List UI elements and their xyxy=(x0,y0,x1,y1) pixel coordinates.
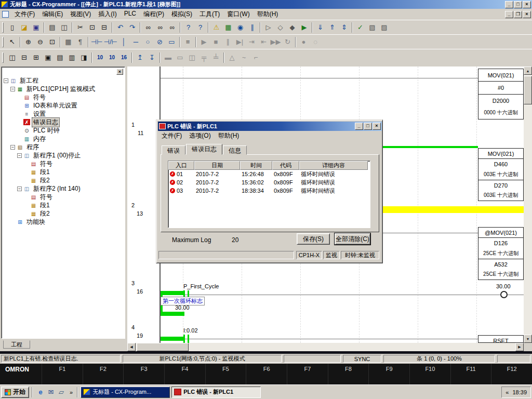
monitor-binary-button[interactable]: 10 xyxy=(94,52,106,63)
close-button[interactable]: × xyxy=(373,123,381,130)
tile-vertical-button[interactable]: ⊞ xyxy=(30,52,42,63)
compare-with-plc-button[interactable]: ⇕ xyxy=(338,22,350,33)
cascade-windows-button[interactable]: ◫ xyxy=(6,52,18,63)
menu-item-9[interactable]: 帮助(H) xyxy=(254,9,282,20)
differential-up-button[interactable]: ↥ xyxy=(134,52,146,63)
force-on-button[interactable]: ▬ xyxy=(162,52,174,63)
context-help-button[interactable]: ? xyxy=(194,22,206,33)
show-desktop-icon[interactable]: ▱ xyxy=(56,387,66,397)
cross-reference-button[interactable]: ◨ xyxy=(78,52,90,63)
work-online-button[interactable]: ▦ xyxy=(222,22,234,33)
step-run-button[interactable]: ▶| xyxy=(234,36,246,48)
error-log-row-2[interactable]: ✗032010-7-218:38:340x809F循环时间错误 xyxy=(168,187,370,195)
new-closed-coil-button[interactable]: ⊘ xyxy=(154,36,166,48)
outlook-express-icon[interactable]: ✉ xyxy=(46,387,56,397)
scroll-up-icon[interactable]: ▲ xyxy=(524,66,532,75)
collapse-icon[interactable]: − xyxy=(4,78,8,83)
debug-mode-button[interactable]: ◇ xyxy=(274,22,286,33)
collapse-icon[interactable]: − xyxy=(17,153,22,158)
workspace-toggle-button[interactable]: ▣ xyxy=(42,52,54,63)
rung-comment-button[interactable]: ¶ xyxy=(74,36,86,48)
tab-project[interactable]: 工程 xyxy=(3,340,30,349)
column-header-2[interactable]: 时间 xyxy=(240,161,272,170)
data-trace-button[interactable]: ~ xyxy=(238,52,250,63)
monitor-mode-button[interactable]: ◆ xyxy=(286,22,298,33)
mov-instruction-block[interactable]: @MOV(021)D12625CE 十六进制A53225CE 十六进制 xyxy=(478,227,524,280)
run-button[interactable]: ▶ xyxy=(198,36,210,48)
replace-button[interactable]: ∞ xyxy=(166,22,178,33)
scroll-thumb[interactable] xyxy=(137,343,189,351)
tree-item-9[interactable]: −◫新程序1 (00)停止 xyxy=(2,151,125,159)
vertical-scrollbar[interactable]: ▲ ▼ xyxy=(524,66,532,343)
new-contact-button[interactable]: ⊣⊢ xyxy=(90,36,103,48)
tree-item-11[interactable]: −▦段1 xyxy=(2,168,125,176)
stop-button[interactable]: ■ xyxy=(210,36,222,48)
monitor-hex-button[interactable]: 16 xyxy=(118,52,130,63)
contact[interactable] xyxy=(183,335,185,343)
collapse-icon[interactable]: − xyxy=(10,87,15,91)
scan-run-button[interactable]: ↻ xyxy=(282,36,294,48)
zoom-in-button[interactable]: ⊕ xyxy=(22,36,34,48)
program-mode-button[interactable]: ▷ xyxy=(262,22,274,33)
dialog-tab-2[interactable]: 信息 xyxy=(223,145,247,155)
tree-item-7[interactable]: −▥内存 xyxy=(2,135,125,143)
tree-item-1[interactable]: −▦新PLC1[CP1H] 监视模式 xyxy=(2,85,125,93)
differential-down-button[interactable]: ↧ xyxy=(146,52,158,63)
send-changes-button[interactable]: ▨ xyxy=(378,22,390,33)
taskbar-task-1[interactable]: PLC 错误 - 新PLC1 xyxy=(171,387,261,398)
new-closed-contact-button[interactable]: ⊣/⊢ xyxy=(103,36,118,48)
menu-item-5[interactable]: 编程(P) xyxy=(140,9,168,20)
force-cancel-button[interactable]: ◫ xyxy=(186,52,198,63)
tree-item-15[interactable]: −▦段1 xyxy=(2,201,125,209)
force-off-button[interactable]: ▭ xyxy=(174,52,186,63)
find-previous-button[interactable]: ∞ xyxy=(154,22,166,33)
close-panel-icon[interactable]: × xyxy=(116,69,123,75)
error-log-row-0[interactable]: ✗012010-7-215:26:480x809F循环时间错误 xyxy=(168,170,370,178)
mov-instruction-block[interactable]: MOV(021)D460003E 十六进制D270003E 十六进制 xyxy=(478,148,524,201)
save-project-button[interactable]: ▣ xyxy=(30,22,42,33)
scroll-down-icon[interactable]: ▼ xyxy=(524,335,532,343)
rset-instruction-block[interactable]: RSET xyxy=(478,335,524,343)
column-header-4[interactable]: 详细内容 xyxy=(299,161,368,170)
minimize-button[interactable]: _ xyxy=(355,123,363,130)
close-button[interactable]: × xyxy=(523,1,531,8)
zoom-out-button[interactable]: ⊖ xyxy=(34,36,46,48)
scroll-thumb[interactable] xyxy=(524,76,532,104)
monitor-decimal-button[interactable]: 10 xyxy=(106,52,118,63)
set-off-button[interactable]: ╧ xyxy=(210,52,222,63)
menu-item-1[interactable]: 选项(O) xyxy=(185,131,214,141)
maximize-button[interactable]: □ xyxy=(364,123,372,130)
menu-item-0[interactable]: 文件(F) xyxy=(158,131,185,141)
continuous-step-button[interactable]: ▶▶ xyxy=(270,36,282,48)
quick-launch-chevron[interactable]: » xyxy=(68,389,74,395)
close-button[interactable]: × xyxy=(523,11,531,18)
output-coil[interactable] xyxy=(500,291,508,298)
mov-instruction-block[interactable]: MOV(021)#0D20000000 十六进制 xyxy=(478,69,524,119)
collapse-icon[interactable]: − xyxy=(10,145,15,150)
tree-item-17[interactable]: −⊞功能块 xyxy=(2,218,125,226)
undo-button[interactable]: ↶ xyxy=(114,22,126,33)
print-preview-button[interactable]: ◫ xyxy=(58,22,70,33)
cut-button[interactable]: ✂ xyxy=(74,22,86,33)
compile-button[interactable]: ✓ xyxy=(354,22,366,33)
error-log-row-1[interactable]: ✗022010-7-215:36:020x809F循环时间错误 xyxy=(168,178,370,187)
menu-item-8[interactable]: 窗口(W) xyxy=(223,9,253,20)
start-button[interactable]: 开始 xyxy=(1,387,29,398)
menu-item-0[interactable]: 文件(F) xyxy=(11,9,38,20)
minimize-button[interactable]: _ xyxy=(505,1,513,8)
new-instruction-button[interactable]: ▭ xyxy=(166,36,178,48)
tree-item-10[interactable]: −▤符号 xyxy=(2,159,125,168)
help-button[interactable]: ? xyxy=(182,22,194,33)
save-button[interactable]: 保存(S) xyxy=(297,233,330,245)
new-horizontal-line-button[interactable]: ─ xyxy=(130,36,142,48)
breakpoint-button[interactable]: ● xyxy=(298,36,310,48)
menu-item-3[interactable]: 插入(I) xyxy=(95,9,120,20)
grid-toggle-button[interactable]: ▦ xyxy=(62,36,74,48)
differential-monitor-button[interactable]: △ xyxy=(226,52,238,63)
clear-breakpoints-button[interactable]: ◌ xyxy=(310,36,322,48)
run-mode-button[interactable]: ▶ xyxy=(298,22,310,33)
tile-horizontal-button[interactable]: ⊟ xyxy=(18,52,30,63)
edit-comment-button[interactable]: ≡ xyxy=(182,36,194,48)
dialog-tab-1[interactable]: 错误日志 xyxy=(186,144,222,155)
tree-item-6[interactable]: −⊙PLC 时钟 xyxy=(2,126,125,135)
